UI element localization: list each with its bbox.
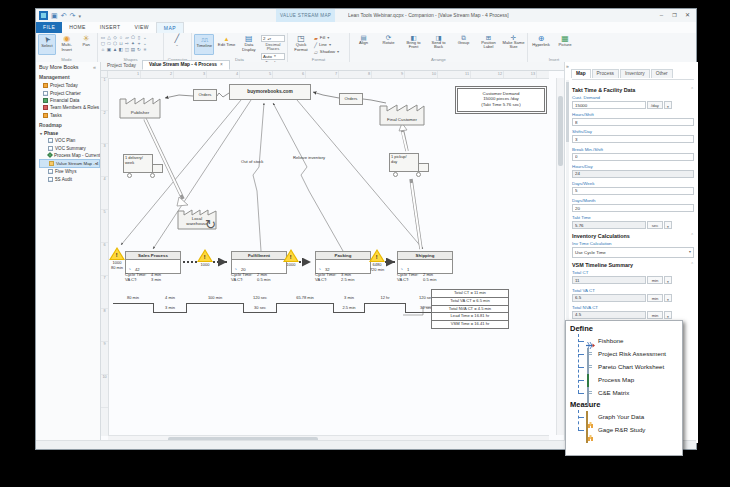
save-icon[interactable] [51, 10, 58, 22]
doc-tab-project-today[interactable]: Project Today [101, 62, 142, 70]
tab-insert[interactable]: INSERT [93, 22, 128, 33]
pan-button[interactable]: Pan [77, 34, 95, 55]
cust-demand-input[interactable] [572, 101, 646, 109]
sidebar-item-value-stream-map[interactable]: Value Stream Map - 4 Process [39, 159, 100, 168]
restore-button[interactable] [668, 9, 681, 21]
vsm-timeline[interactable]: 80 min 4 min3 min 100 min 120 sec30 sec … [113, 295, 447, 317]
sidebar-item-financial-data[interactable]: Financial Data [39, 97, 100, 104]
hours-shift-input[interactable] [572, 118, 694, 126]
quick-format-button[interactable]: Quick Format [290, 34, 312, 55]
inventory-triangle-2[interactable]: ! [197, 249, 213, 262]
hyperlink-button[interactable]: Hyperlink [530, 34, 552, 55]
close-tab-icon[interactable]: × [220, 62, 223, 67]
shadow-button[interactable]: Shadow▾ [314, 49, 339, 55]
inv-time-calc-select[interactable]: Use Cycle Time [572, 247, 694, 258]
group-button[interactable]: ⧉Group [452, 34, 475, 56]
decimal-places-spinner[interactable]: 2 ▴▾ [261, 35, 285, 42]
shifts-day-input[interactable] [572, 135, 694, 143]
spinner-arrows-icon[interactable]: ▴▾ [267, 37, 271, 41]
delivery-truck-shape[interactable]: 1 delivery/week [123, 154, 163, 178]
days-week-input[interactable] [572, 187, 694, 195]
popup-item-gage-rr[interactable]: Gage R&R Study [570, 423, 682, 436]
publisher-factory-shape[interactable]: Publisher [119, 89, 161, 119]
make-same-size-button[interactable]: ✛Make Same Size [502, 34, 525, 56]
process-sales[interactable]: Sales Process 42 [125, 251, 181, 274]
popup-item-graph-your-data[interactable]: Graph Your Data [570, 410, 682, 423]
process-shipping[interactable]: Shipping 1 [397, 251, 453, 274]
panel-collapse-icon[interactable] [566, 63, 569, 69]
sidebar-item-five-whys[interactable]: Five Whys [39, 168, 100, 175]
final-customer-factory-shape[interactable]: Final Customer [379, 96, 425, 126]
sidebar-item-voc-summary[interactable]: VOC Summary [39, 144, 100, 151]
popup-item-pareto[interactable]: Pareto Chart Worksheet [570, 360, 682, 373]
pickup-truck-shape[interactable]: 1 pickup/day [389, 153, 429, 177]
section-vsm-summary-header[interactable]: VSM Timeline Summary [572, 262, 694, 268]
panel-tab-map[interactable]: Map [571, 69, 591, 78]
line-button[interactable]: Line▾ [314, 42, 339, 48]
orders-right-box[interactable]: Orders [339, 93, 363, 105]
sidebar-item-process-map-current[interactable]: Process Map - Current State [39, 152, 100, 159]
send-to-back-button[interactable]: ◨Send to Back [427, 34, 450, 56]
panel-tab-inventory[interactable]: Inventory [620, 69, 650, 78]
inventory-triangle-1[interactable]: ! [109, 247, 125, 260]
redo-icon[interactable] [70, 10, 76, 22]
buymorebooks-box[interactable]: buymorebooks.com [229, 84, 311, 100]
sidebar-item-project-today[interactable]: Project Today [39, 82, 100, 89]
customer-demand-note[interactable]: Customer Demand 15000 pieces /day (Takt … [457, 88, 545, 112]
sidebar-item-voc-plan[interactable]: VOC Plan [39, 137, 100, 144]
shape-gallery[interactable]: ▭△◇○▱⬠▯⌄ ▢⬭⬡⊔⇨✦＋⌄ ⌂▣▲◧◫▤↻≡ [100, 35, 148, 56]
fill-button[interactable]: Fill▾ [314, 35, 339, 41]
qat-dropdown-icon[interactable] [78, 10, 81, 22]
break-min-input[interactable] [572, 153, 694, 161]
inventory-triangle-3[interactable]: ! [283, 249, 299, 262]
sidebar-item-tasks[interactable]: Tasks [39, 112, 100, 119]
out-of-stock-label[interactable]: Out of stock [241, 159, 263, 164]
multi-insert-button[interactable]: Multi-Insert [58, 34, 76, 55]
go-see-loop-icon[interactable]: ↻ [205, 217, 216, 232]
unit-dropdown-icon[interactable] [664, 311, 672, 319]
unit-dropdown-icon[interactable] [664, 294, 672, 302]
picture-button[interactable]: Picture [554, 34, 576, 55]
orders-left-box[interactable]: Orders [193, 89, 217, 101]
undo-icon[interactable] [61, 10, 67, 22]
popup-item-project-risk[interactable]: Project Risk Assessment [570, 347, 682, 360]
days-month-input[interactable] [572, 204, 694, 212]
section-inventory-header[interactable]: Inventory Calculations [572, 233, 694, 239]
unit-dropdown-icon[interactable] [664, 101, 672, 109]
position-label-button[interactable]: ⊞Position Label [477, 34, 500, 56]
canvas-vertical-scrollbar[interactable] [556, 78, 564, 435]
timeline-button[interactable]: Timeline [194, 34, 214, 55]
unit-dropdown-icon[interactable] [664, 276, 672, 284]
panel-tab-process[interactable]: Process [592, 69, 619, 78]
tab-map[interactable]: MAP [156, 22, 184, 33]
timeline-summary-table[interactable]: Total CT = 11 min Total VA CT = 6.5 min … [431, 289, 509, 329]
sidebar-item-team-members[interactable]: Team Members & Roles [39, 104, 100, 111]
canvas[interactable]: 12345678910111213 12345678910 [101, 71, 564, 443]
rotate-button[interactable]: ⟳Rotate [377, 34, 400, 56]
sidebar-item-5s-audit[interactable]: 5S Audit [39, 176, 100, 183]
minimize-button[interactable] [655, 9, 668, 21]
sidebar-header[interactable]: Buy More Books [39, 64, 100, 70]
popup-item-fishbone[interactable]: Fishbone [570, 334, 682, 347]
doc-tab-vsm[interactable]: Value Stream Map - 4 Process× [142, 60, 230, 70]
tab-home[interactable]: HOME [62, 22, 93, 33]
shape-menu-icon[interactable]: ≡ [142, 47, 148, 53]
roadmap-phase-node[interactable]: Phase [39, 130, 100, 137]
section-takt-header[interactable]: Takt Time & Facility Data [572, 87, 694, 93]
connector-button[interactable]: ╱ ⌄ [166, 34, 188, 55]
sidebar-item-project-charter[interactable]: Project Charter [39, 89, 100, 96]
close-button[interactable] [681, 9, 694, 21]
select-button[interactable]: Select [38, 34, 56, 55]
edit-time-button[interactable]: Edit Time [216, 34, 236, 55]
tab-file[interactable]: FILE [36, 22, 62, 33]
panel-tab-other[interactable]: Other [651, 69, 673, 78]
unit-dropdown-icon[interactable] [664, 221, 672, 229]
data-display-button[interactable]: Data Display [239, 34, 259, 55]
inventory-triangle-4[interactable]: ! [369, 249, 385, 262]
relieve-inventory-label[interactable]: Relieve inventory [293, 155, 325, 160]
bring-to-front-button[interactable]: ◧Bring to Front [402, 34, 425, 56]
tab-view[interactable]: VIEW [127, 22, 155, 33]
align-button[interactable]: ▤Align [352, 34, 375, 56]
popup-item-ce-matrix[interactable]: C&E Matrix [570, 386, 682, 399]
popup-item-process-map[interactable]: Process Map [570, 373, 682, 386]
